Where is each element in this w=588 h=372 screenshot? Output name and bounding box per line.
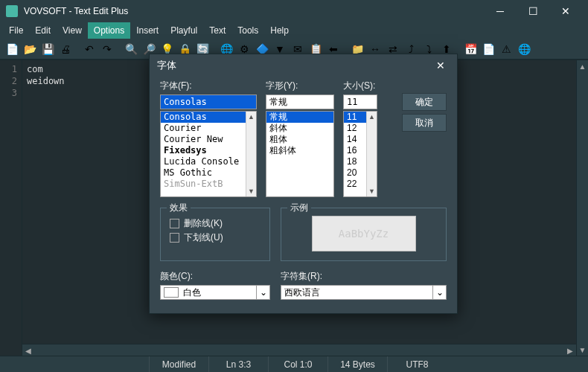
cancel-button[interactable]: 取消 — [402, 114, 447, 132]
size-listbox[interactable]: 11121416182022▲▼ — [343, 111, 377, 197]
line-number: 3 — [0, 87, 17, 99]
size-input[interactable]: 11 — [343, 94, 377, 109]
checkbox-icon — [170, 233, 179, 243]
toolbar-button[interactable]: ↶ — [82, 42, 97, 57]
app-icon — [6, 5, 18, 17]
line-number: 2 — [0, 75, 17, 87]
list-item[interactable]: 斜体 — [266, 123, 333, 134]
color-select[interactable]: 白色 ⌄ — [160, 285, 270, 300]
font-label: 字体(F): — [160, 80, 257, 92]
toolbar-button[interactable]: ⚠ — [499, 42, 514, 57]
size-label: 大小(S): — [343, 80, 377, 92]
style-listbox[interactable]: 常规斜体粗体粗斜体 — [266, 111, 334, 197]
chevron-down-icon[interactable]: ⌄ — [432, 286, 446, 299]
script-select[interactable]: 西欧语言 ⌄ — [281, 285, 447, 300]
toolbar-button[interactable]: 💾 — [40, 42, 55, 57]
chevron-down-icon[interactable]: ⌄ — [256, 286, 269, 299]
effects-group: 效果 删除线(K) 下划线(U) — [160, 208, 270, 261]
list-item[interactable]: Consolas — [161, 112, 256, 123]
strikethrough-checkbox[interactable]: 删除线(K) — [170, 217, 261, 230]
menu-insert[interactable]: Insert — [130, 22, 164, 39]
underline-checkbox[interactable]: 下划线(U) — [170, 231, 261, 244]
dialog-title: 字体 — [157, 59, 176, 72]
menu-view[interactable]: View — [57, 22, 88, 39]
list-item[interactable]: 粗体 — [266, 134, 333, 145]
status-line: Ln 3:3 — [208, 356, 268, 372]
toolbar-button[interactable]: 📅 — [463, 42, 478, 57]
scroll-left-icon[interactable]: ◀ — [22, 344, 34, 356]
statusbar: Modified Ln 3:3 Col 1:0 14 Bytes UTF8 — [0, 356, 588, 372]
chevron-up-icon[interactable]: ▲ — [367, 112, 377, 122]
font-input[interactable]: Consolas — [160, 94, 257, 109]
menu-file[interactable]: File — [3, 22, 29, 39]
status-encoding: UTF8 — [387, 356, 447, 372]
menu-playful[interactable]: Playful — [164, 22, 203, 39]
color-label: 颜色(C): — [160, 270, 270, 283]
list-item[interactable]: Lucida Console — [161, 156, 256, 167]
font-dialog: 字体 ✕ 字体(F): Consolas ConsolasCourierCour… — [149, 54, 458, 314]
toolbar-button[interactable]: ↷ — [100, 42, 115, 57]
list-item[interactable]: MS Gothic — [161, 167, 256, 179]
status-size: 14 Bytes — [327, 356, 387, 372]
chevron-down-icon[interactable]: ▼ — [246, 186, 256, 196]
menu-edit[interactable]: Edit — [29, 22, 57, 39]
scroll-down-icon[interactable]: ▼ — [577, 344, 588, 356]
color-swatch — [164, 287, 179, 298]
line-number: 1 — [0, 63, 17, 75]
sample-group: 示例 AaBbYyZz — [281, 208, 447, 261]
menu-options[interactable]: Options — [88, 22, 130, 39]
script-label: 字符集(R): — [281, 270, 447, 283]
window-title: VOVSOFT - Text Edit Plus — [24, 6, 484, 16]
font-listbox[interactable]: ConsolasCourierCourier NewFixedsysLucida… — [160, 111, 257, 197]
horizontal-scrollbar[interactable]: ◀ ▶ — [22, 344, 576, 356]
minimize-button[interactable]: ─ — [484, 0, 517, 22]
status-column: Col 1:0 — [268, 356, 327, 372]
list-item[interactable]: 常规 — [266, 112, 333, 123]
scroll-up-icon[interactable]: ▲ — [577, 60, 588, 72]
style-label: 字形(Y): — [266, 80, 334, 92]
toolbar-button[interactable]: 📄 — [481, 42, 496, 57]
menubar: FileEditViewOptionsInsertPlayfulTextTool… — [0, 22, 588, 39]
list-item[interactable]: Courier — [161, 123, 256, 134]
ok-button[interactable]: 确定 — [402, 93, 447, 111]
close-button[interactable]: ✕ — [549, 0, 582, 22]
titlebar[interactable]: VOVSOFT - Text Edit Plus ─ ☐ ✕ — [0, 0, 588, 22]
dialog-titlebar[interactable]: 字体 ✕ — [150, 54, 457, 77]
vertical-scrollbar[interactable]: ▲ ▼ — [576, 60, 588, 356]
menu-tools[interactable]: Tools — [231, 22, 264, 39]
menu-help[interactable]: Help — [264, 22, 295, 39]
chevron-down-icon[interactable]: ▼ — [367, 186, 377, 196]
toolbar-button[interactable]: 📄 — [4, 42, 19, 57]
status-modified: Modified — [149, 356, 208, 372]
sample-preview: AaBbYyZz — [312, 216, 416, 251]
list-item[interactable]: Courier New — [161, 134, 256, 145]
toolbar-button[interactable]: 🔍 — [124, 42, 138, 57]
style-input[interactable]: 常规 — [266, 94, 334, 109]
dialog-close-button[interactable]: ✕ — [432, 57, 450, 74]
sample-legend: 示例 — [287, 202, 311, 214]
list-item[interactable]: 粗斜体 — [266, 145, 333, 156]
line-gutter: 123 — [0, 60, 22, 356]
effects-legend: 效果 — [167, 202, 191, 214]
scroll-right-icon[interactable]: ▶ — [564, 344, 576, 356]
toolbar-button[interactable]: 🌐 — [517, 42, 531, 57]
maximize-button[interactable]: ☐ — [517, 0, 549, 22]
toolbar-button[interactable]: 📂 — [22, 42, 37, 57]
list-item[interactable]: Fixedsys — [161, 145, 256, 156]
menu-text[interactable]: Text — [203, 22, 231, 39]
toolbar-button[interactable]: 🖨 — [58, 42, 73, 57]
status-spacer — [0, 356, 149, 372]
chevron-up-icon[interactable]: ▲ — [246, 112, 256, 122]
list-item[interactable]: SimSun-ExtB — [161, 179, 256, 190]
checkbox-icon — [170, 219, 179, 228]
